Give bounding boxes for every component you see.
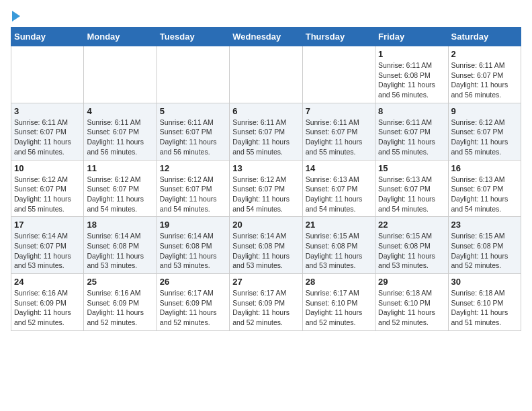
calendar-cell: 18Sunrise: 6:14 AMSunset: 6:08 PMDayligh… bbox=[84, 217, 157, 274]
calendar-cell: 28Sunrise: 6:17 AMSunset: 6:10 PMDayligh… bbox=[302, 274, 375, 331]
calendar-cell: 10Sunrise: 6:12 AMSunset: 6:07 PMDayligh… bbox=[11, 160, 84, 217]
calendar-cell: 26Sunrise: 6:17 AMSunset: 6:09 PMDayligh… bbox=[157, 274, 229, 331]
calendar-week-row: 10Sunrise: 6:12 AMSunset: 6:07 PMDayligh… bbox=[11, 160, 521, 217]
day-info: Sunrise: 6:11 AMSunset: 6:08 PMDaylight:… bbox=[378, 60, 445, 100]
day-number: 18 bbox=[87, 220, 153, 230]
logo bbox=[11, 11, 20, 21]
day-info: Sunrise: 6:17 AMSunset: 6:09 PMDaylight:… bbox=[160, 288, 226, 328]
day-number: 12 bbox=[160, 163, 226, 173]
calendar-cell: 30Sunrise: 6:18 AMSunset: 6:10 PMDayligh… bbox=[448, 274, 521, 331]
calendar-week-row: 17Sunrise: 6:14 AMSunset: 6:07 PMDayligh… bbox=[11, 217, 521, 274]
calendar-body: 1Sunrise: 6:11 AMSunset: 6:08 PMDaylight… bbox=[11, 46, 521, 331]
day-info: Sunrise: 6:16 AMSunset: 6:09 PMDaylight:… bbox=[87, 288, 153, 328]
day-number: 7 bbox=[306, 106, 372, 116]
day-info: Sunrise: 6:15 AMSunset: 6:08 PMDaylight:… bbox=[378, 231, 445, 271]
calendar-cell bbox=[11, 46, 84, 103]
day-of-week-header: Thursday bbox=[302, 28, 375, 46]
day-number: 29 bbox=[378, 277, 445, 287]
calendar-cell: 20Sunrise: 6:14 AMSunset: 6:08 PMDayligh… bbox=[230, 217, 302, 274]
calendar-cell: 8Sunrise: 6:11 AMSunset: 6:07 PMDaylight… bbox=[375, 103, 448, 160]
day-number: 27 bbox=[232, 277, 299, 287]
logo-arrow-icon bbox=[12, 11, 20, 21]
day-number: 20 bbox=[232, 220, 299, 230]
day-info: Sunrise: 6:14 AMSunset: 6:07 PMDaylight:… bbox=[14, 231, 81, 271]
day-number: 4 bbox=[87, 106, 153, 116]
day-info: Sunrise: 6:11 AMSunset: 6:07 PMDaylight:… bbox=[160, 118, 226, 157]
day-info: Sunrise: 6:15 AMSunset: 6:08 PMDaylight:… bbox=[306, 231, 372, 271]
calendar-cell bbox=[157, 46, 229, 103]
calendar-cell: 25Sunrise: 6:16 AMSunset: 6:09 PMDayligh… bbox=[84, 274, 157, 331]
calendar-week-row: 1Sunrise: 6:11 AMSunset: 6:08 PMDaylight… bbox=[11, 46, 521, 103]
calendar-cell: 22Sunrise: 6:15 AMSunset: 6:08 PMDayligh… bbox=[375, 217, 448, 274]
day-of-week-header: Wednesday bbox=[230, 28, 302, 46]
calendar-cell: 19Sunrise: 6:14 AMSunset: 6:08 PMDayligh… bbox=[157, 217, 229, 274]
day-number: 3 bbox=[14, 106, 81, 116]
day-info: Sunrise: 6:17 AMSunset: 6:09 PMDaylight:… bbox=[232, 288, 299, 328]
day-number: 1 bbox=[378, 49, 445, 59]
day-info: Sunrise: 6:12 AMSunset: 6:07 PMDaylight:… bbox=[160, 175, 226, 214]
day-number: 17 bbox=[14, 220, 81, 230]
day-number: 5 bbox=[160, 106, 226, 116]
day-info: Sunrise: 6:14 AMSunset: 6:08 PMDaylight:… bbox=[160, 231, 226, 271]
day-of-week-header: Monday bbox=[84, 28, 157, 46]
day-number: 19 bbox=[160, 220, 226, 230]
logo-blue-text bbox=[11, 11, 20, 21]
day-number: 24 bbox=[14, 277, 81, 287]
day-number: 16 bbox=[451, 163, 518, 173]
day-info: Sunrise: 6:13 AMSunset: 6:07 PMDaylight:… bbox=[378, 175, 445, 214]
calendar-cell bbox=[84, 46, 157, 103]
calendar-cell: 9Sunrise: 6:12 AMSunset: 6:07 PMDaylight… bbox=[448, 103, 521, 160]
day-number: 13 bbox=[232, 163, 299, 173]
day-number: 10 bbox=[14, 163, 81, 173]
day-number: 8 bbox=[378, 106, 445, 116]
day-info: Sunrise: 6:14 AMSunset: 6:08 PMDaylight:… bbox=[87, 231, 153, 271]
calendar-cell: 15Sunrise: 6:13 AMSunset: 6:07 PMDayligh… bbox=[375, 160, 448, 217]
day-number: 21 bbox=[306, 220, 372, 230]
day-of-week-header: Sunday bbox=[11, 28, 84, 46]
day-info: Sunrise: 6:17 AMSunset: 6:10 PMDaylight:… bbox=[306, 288, 372, 328]
day-info: Sunrise: 6:11 AMSunset: 6:07 PMDaylight:… bbox=[14, 118, 81, 157]
day-info: Sunrise: 6:12 AMSunset: 6:07 PMDaylight:… bbox=[87, 175, 153, 214]
day-info: Sunrise: 6:11 AMSunset: 6:07 PMDaylight:… bbox=[378, 118, 445, 157]
calendar-cell: 5Sunrise: 6:11 AMSunset: 6:07 PMDaylight… bbox=[157, 103, 229, 160]
day-info: Sunrise: 6:12 AMSunset: 6:07 PMDaylight:… bbox=[232, 175, 299, 214]
calendar-cell: 16Sunrise: 6:13 AMSunset: 6:07 PMDayligh… bbox=[448, 160, 521, 217]
day-number: 15 bbox=[378, 163, 445, 173]
day-number: 9 bbox=[451, 106, 518, 116]
calendar-cell: 29Sunrise: 6:18 AMSunset: 6:10 PMDayligh… bbox=[375, 274, 448, 331]
calendar-cell: 1Sunrise: 6:11 AMSunset: 6:08 PMDaylight… bbox=[375, 46, 448, 103]
day-number: 28 bbox=[306, 277, 372, 287]
day-info: Sunrise: 6:13 AMSunset: 6:07 PMDaylight:… bbox=[306, 175, 372, 214]
calendar-cell bbox=[302, 46, 375, 103]
calendar-cell: 23Sunrise: 6:15 AMSunset: 6:08 PMDayligh… bbox=[448, 217, 521, 274]
day-info: Sunrise: 6:13 AMSunset: 6:07 PMDaylight:… bbox=[451, 175, 518, 214]
calendar-cell: 14Sunrise: 6:13 AMSunset: 6:07 PMDayligh… bbox=[302, 160, 375, 217]
day-number: 2 bbox=[451, 49, 518, 59]
day-info: Sunrise: 6:15 AMSunset: 6:08 PMDaylight:… bbox=[451, 231, 518, 271]
calendar-cell: 24Sunrise: 6:16 AMSunset: 6:09 PMDayligh… bbox=[11, 274, 84, 331]
day-of-week-header: Tuesday bbox=[157, 28, 229, 46]
day-info: Sunrise: 6:11 AMSunset: 6:07 PMDaylight:… bbox=[87, 118, 153, 157]
day-info: Sunrise: 6:12 AMSunset: 6:07 PMDaylight:… bbox=[14, 175, 81, 214]
calendar-cell: 17Sunrise: 6:14 AMSunset: 6:07 PMDayligh… bbox=[11, 217, 84, 274]
day-of-week-row: SundayMondayTuesdayWednesdayThursdayFrid… bbox=[11, 28, 521, 46]
day-info: Sunrise: 6:14 AMSunset: 6:08 PMDaylight:… bbox=[232, 231, 299, 271]
calendar-cell: 13Sunrise: 6:12 AMSunset: 6:07 PMDayligh… bbox=[230, 160, 302, 217]
calendar-table: SundayMondayTuesdayWednesdayThursdayFrid… bbox=[11, 27, 521, 331]
day-number: 30 bbox=[451, 277, 518, 287]
day-number: 22 bbox=[378, 220, 445, 230]
day-number: 23 bbox=[451, 220, 518, 230]
calendar-cell: 4Sunrise: 6:11 AMSunset: 6:07 PMDaylight… bbox=[84, 103, 157, 160]
calendar-cell: 3Sunrise: 6:11 AMSunset: 6:07 PMDaylight… bbox=[11, 103, 84, 160]
calendar-cell: 27Sunrise: 6:17 AMSunset: 6:09 PMDayligh… bbox=[230, 274, 302, 331]
calendar-cell: 2Sunrise: 6:11 AMSunset: 6:07 PMDaylight… bbox=[448, 46, 521, 103]
calendar-cell bbox=[230, 46, 302, 103]
day-info: Sunrise: 6:11 AMSunset: 6:07 PMDaylight:… bbox=[306, 118, 372, 157]
day-number: 26 bbox=[160, 277, 226, 287]
calendar-cell: 7Sunrise: 6:11 AMSunset: 6:07 PMDaylight… bbox=[302, 103, 375, 160]
day-number: 25 bbox=[87, 277, 153, 287]
calendar-week-row: 24Sunrise: 6:16 AMSunset: 6:09 PMDayligh… bbox=[11, 274, 521, 331]
day-number: 6 bbox=[232, 106, 299, 116]
calendar-cell: 21Sunrise: 6:15 AMSunset: 6:08 PMDayligh… bbox=[302, 217, 375, 274]
day-info: Sunrise: 6:11 AMSunset: 6:07 PMDaylight:… bbox=[232, 118, 299, 157]
